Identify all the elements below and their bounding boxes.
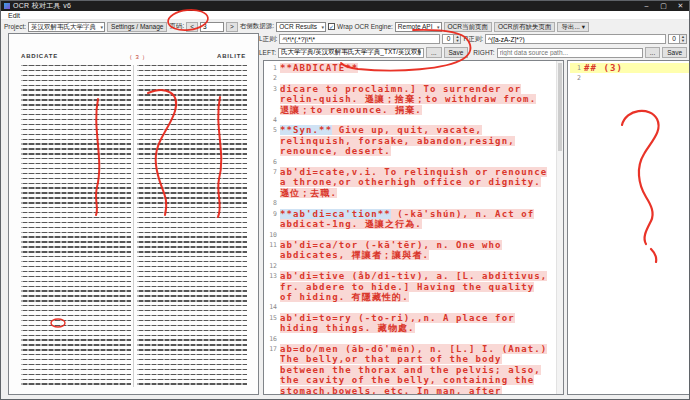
line-text: ## (3)	[584, 63, 689, 73]
ocr-line[interactable]: 8	[266, 198, 563, 208]
line-number: 13	[266, 271, 277, 281]
engine-select[interactable]: Remote API ▾	[395, 22, 442, 32]
ocr-line[interactable]: 6	[266, 157, 563, 167]
ocr-line[interactable]: 16	[266, 334, 563, 344]
ocr-line[interactable]: 14	[266, 302, 563, 312]
right-data-lines: 1## (3)2	[568, 62, 689, 394]
line-text: ab=do/men (ăb-dō'mĕn), n. [L.] I. (Anat.…	[280, 344, 548, 395]
line-number: 1	[570, 63, 581, 73]
right-regex-input[interactable]	[485, 34, 666, 44]
right-save-button[interactable]: Save	[662, 47, 687, 58]
maximize-button[interactable]: ▢	[655, 1, 672, 11]
ocr-text-highlight: ab'di=to=ry (-to-ri),,n. A place for hid…	[280, 313, 515, 333]
line-number: 12	[266, 261, 277, 271]
scrollbar-thumb[interactable]	[558, 63, 562, 151]
page-number-input[interactable]	[200, 22, 224, 32]
line-number: 9	[266, 209, 277, 219]
vertical-scrollbar[interactable]	[556, 61, 563, 394]
title-bar: OCR 校对工具 v6 – ▢ ✕	[1, 1, 689, 11]
project-select-value: 英汉双解韦氏大学字典	[31, 23, 96, 30]
regex-match-highlight: **Syn.**	[280, 125, 332, 135]
close-button[interactable]: ✕	[672, 1, 689, 11]
next-page-button[interactable]: >	[226, 22, 238, 32]
line-number: 2	[266, 73, 277, 83]
right-source-label: 右侧数据源:	[240, 22, 274, 31]
right-browse-button[interactable]: ...	[645, 47, 660, 58]
app-window: OCR 校对工具 v6 – ▢ ✕ Edit Project: 英汉双解韦氏大学…	[0, 0, 690, 400]
scan-page-number: （ 3 ）	[126, 53, 149, 62]
chevron-down-icon: ▾	[322, 23, 325, 31]
ocr-line[interactable]: 13ab'di=tive (åb/di-tiv), a. [L. abditiv…	[266, 271, 563, 302]
left-path-input[interactable]	[278, 48, 424, 58]
line-number: 4	[266, 115, 277, 125]
line-number: 10	[266, 230, 277, 240]
ocr-text-editor[interactable]: 1**ABDICATE**23dicare to proclaimn.] To …	[263, 60, 564, 395]
line-number: 17	[266, 344, 277, 354]
ocr-line[interactable]: 7ab'di=cate,v.i. To relinquish or renoun…	[266, 167, 563, 198]
ocr-text-highlight: ab'di=cate,v.i. To relinquish or renounc…	[280, 167, 547, 198]
left-regex-offset-stepper[interactable]: 0 ▲▼	[442, 34, 461, 44]
right-source-value: OCR Results	[279, 23, 317, 30]
ocr-line[interactable]: 4	[266, 115, 563, 125]
right-regex-offset-stepper[interactable]: 0 ▲▼	[668, 34, 687, 44]
spin-down-icon[interactable]: ▼	[454, 39, 460, 43]
line-number: 6	[266, 157, 277, 167]
line-text: **ab'di=ca'tion** (-kā'shún), n. Act of …	[280, 209, 548, 230]
ocr-line[interactable]: 10	[266, 230, 563, 240]
line-number: 11	[266, 240, 277, 250]
ocr-line[interactable]: 11ab'di=ca/tor (-kā'tēr), n. One who abd…	[266, 240, 563, 261]
export-button-label: 导出...	[561, 23, 579, 30]
left-browse-button[interactable]: ...	[426, 47, 441, 58]
wrap-checkbox[interactable]: ✓	[328, 23, 335, 30]
ocr-text-highlight: **ABDICATE**	[280, 63, 358, 73]
right-data-editor[interactable]: 1## (3)2	[567, 60, 690, 395]
right-source-select[interactable]: OCR Results ▾	[276, 22, 326, 32]
path-row: LEFT: ... Save RIGHT: ... Save	[259, 46, 687, 59]
menu-edit[interactable]: Edit	[5, 11, 23, 20]
left-save-button[interactable]: Save	[444, 47, 469, 58]
ocr-missing-pages-button[interactable]: OCR所有缺失页面	[494, 22, 555, 32]
line-text: **Syn.** Give up, quit, vacate, relinqui…	[280, 125, 548, 156]
ocr-line[interactable]: 15ab'di=to=ry (-to-ri),,n. A place for h…	[266, 313, 563, 334]
left-regex-input[interactable]	[279, 34, 440, 44]
spin-down-icon[interactable]: ▼	[680, 39, 686, 43]
ocr-line[interactable]: 5**Syn.** Give up, quit, vacate, relinqu…	[266, 125, 563, 156]
right-data-line[interactable]: 1## (3)	[570, 63, 689, 73]
ocr-text-highlight: ab'di=ca/tor (-kā'tēr), n. One who abdic…	[280, 240, 502, 260]
left-regex-offset-value: 0	[442, 34, 454, 44]
right-data-line[interactable]: 2	[570, 73, 689, 83]
line-text	[280, 115, 548, 125]
scan-viewer-pane[interactable]: ABDICATE （ 3 ） ABILITE	[8, 33, 259, 395]
line-number: 1	[266, 63, 277, 73]
engine-label: OCR Engine:	[355, 23, 393, 30]
minimize-button[interactable]: –	[638, 1, 655, 11]
ocr-line[interactable]: 12	[266, 261, 563, 271]
ocr-line[interactable]: 17ab=do/men (ăb-dō'mĕn), n. [L.] I. (Ana…	[266, 344, 563, 395]
page-label: 页码:	[169, 22, 184, 31]
ocr-line[interactable]: 1**ABDICATE**	[266, 63, 563, 73]
line-text	[584, 73, 689, 83]
project-select[interactable]: 英汉双解韦氏大学字典 ▾	[28, 22, 105, 32]
line-number: 14	[266, 302, 277, 312]
ocr-text-highlight: ab=do/men (ăb-dō'mĕn), n. [L.] I. (Anat.…	[280, 344, 547, 395]
ocr-line[interactable]: 9**ab'di=ca'tion** (-kā'shún), n. Act of…	[266, 209, 563, 230]
line-text: dicare to proclaimn.] To surrender or re…	[280, 84, 548, 115]
line-text	[280, 157, 548, 167]
engine-value: Remote API	[398, 23, 433, 30]
line-number: 5	[266, 125, 277, 135]
chevron-down-icon: ▾	[437, 23, 440, 31]
export-button[interactable]: 导出... ▾	[557, 22, 589, 32]
app-icon	[4, 3, 10, 9]
line-number: 3	[266, 84, 277, 94]
ocr-line[interactable]: 3dicare to proclaimn.] To surrender or r…	[266, 84, 563, 115]
settings-manage-button[interactable]: Settings / Manage	[107, 22, 167, 32]
scan-text-column-left	[21, 65, 131, 387]
right-regex-label: R正则:	[463, 35, 483, 44]
ocr-line[interactable]: 2	[266, 73, 563, 83]
right-path-input[interactable]	[497, 48, 643, 58]
ocr-current-page-button[interactable]: OCR当前页面	[444, 22, 492, 32]
window-title: OCR 校对工具 v6	[13, 1, 71, 11]
prev-page-button[interactable]: <	[186, 22, 198, 32]
scan-text-column-right	[137, 65, 247, 387]
scan-column-divider	[133, 65, 134, 387]
